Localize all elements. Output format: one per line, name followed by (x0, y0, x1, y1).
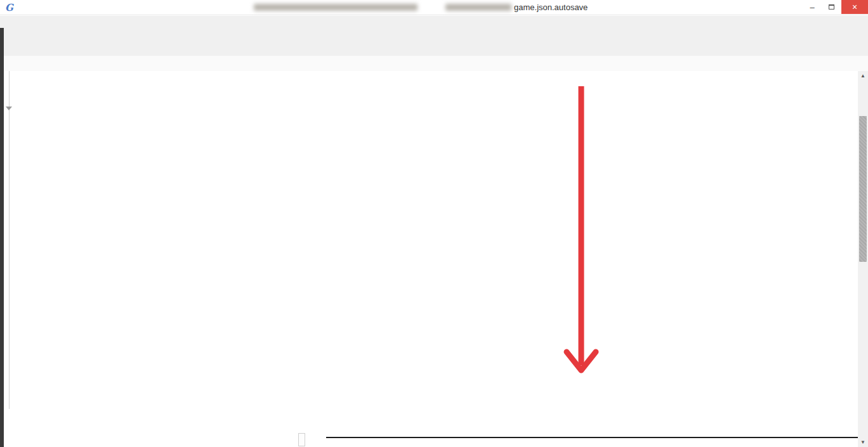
menu-bar (0, 16, 868, 28)
app-logo-icon: G (5, 2, 13, 13)
dragged-action-ghost[interactable] (299, 434, 305, 446)
close-button[interactable]: × (841, 0, 868, 14)
minimize-button[interactable]: – (803, 0, 821, 14)
events-sheet (4, 71, 858, 447)
scroll-down-icon[interactable]: ▼ (858, 437, 868, 447)
drop-indicator (326, 437, 858, 438)
tab-bar (4, 56, 868, 71)
title-bar: G game.json.autosave – × (0, 0, 868, 15)
gdevelop-window: G game.json.autosave – × ▲ ▼ (0, 0, 868, 447)
scrollbar-thumb[interactable] (859, 116, 867, 262)
scroll-up-icon[interactable]: ▲ (858, 71, 868, 81)
restore-button[interactable] (822, 0, 840, 14)
redacted-title-text (254, 4, 418, 11)
redacted-title-text (445, 4, 511, 11)
vertical-scrollbar[interactable]: ▲ ▼ (858, 71, 868, 447)
toolbar (4, 28, 868, 56)
restore-icon (829, 4, 834, 10)
window-title: game.json.autosave (514, 3, 588, 12)
